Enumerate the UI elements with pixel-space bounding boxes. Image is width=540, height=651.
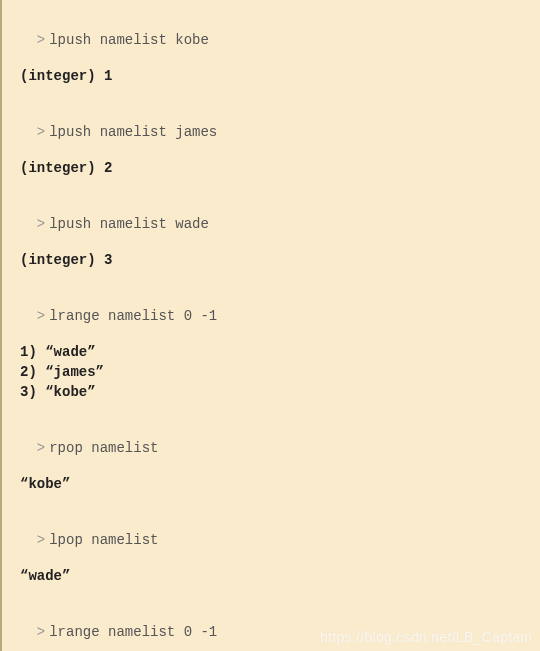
response-list-wade: 1) “wade” xyxy=(20,342,522,362)
prompt-icon: > xyxy=(37,440,45,456)
response-kobe: “kobe” xyxy=(20,474,522,494)
cmd-lrange-1: lrange namelist 0 -1 xyxy=(49,308,217,324)
cmd-lpush-wade: lpush namelist wade xyxy=(49,216,209,232)
response-list-kobe: 3) “kobe” xyxy=(20,382,522,402)
cli-line: >rpop namelist xyxy=(20,418,522,458)
cli-line: >lpush namelist wade xyxy=(20,194,522,234)
prompt-icon: > xyxy=(37,216,45,232)
cmd-rpop: rpop namelist xyxy=(49,440,158,456)
cmd-lpop: lpop namelist xyxy=(49,532,158,548)
cmd-lpush-kobe: lpush namelist kobe xyxy=(49,32,209,48)
watermark-text: https://blog.csdn.net/LB_Captain xyxy=(320,629,532,645)
response-int-2: (integer) 2 xyxy=(20,158,522,178)
prompt-icon: > xyxy=(37,532,45,548)
prompt-icon: > xyxy=(37,32,45,48)
cli-line: >lpush namelist kobe xyxy=(20,10,522,50)
prompt-icon: > xyxy=(37,124,45,140)
response-int-3: (integer) 3 xyxy=(20,250,522,270)
prompt-icon: > xyxy=(37,308,45,324)
prompt-icon: > xyxy=(37,624,45,640)
cli-line: >lpop namelist xyxy=(20,510,522,550)
cli-line: >lpush namelist james xyxy=(20,102,522,142)
cli-line: >lrange namelist 0 -1 xyxy=(20,286,522,326)
cmd-lrange-2: lrange namelist 0 -1 xyxy=(49,624,217,640)
response-list-james: 2) “james” xyxy=(20,362,522,382)
response-int-1: (integer) 1 xyxy=(20,66,522,86)
cmd-lpush-james: lpush namelist james xyxy=(49,124,217,140)
response-wade: “wade” xyxy=(20,566,522,586)
